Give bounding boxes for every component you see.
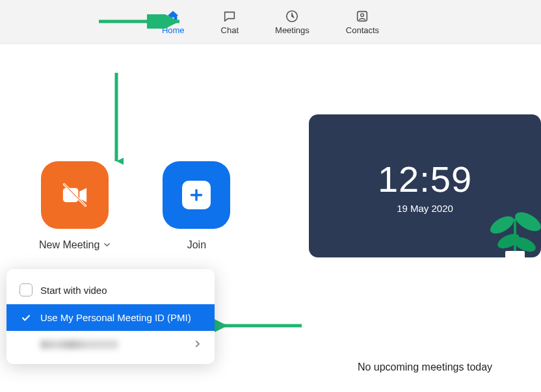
- clock-icon: [284, 8, 300, 24]
- check-icon: [20, 313, 33, 323]
- clock-card: 12:59 19 May 2020: [309, 114, 541, 257]
- option-label: Use My Personal Meeting ID (PMI): [40, 312, 191, 323]
- new-meeting-button[interactable]: New Meeting: [39, 161, 111, 251]
- new-meeting-label: New Meeting: [39, 239, 99, 251]
- pmi-value-row[interactable]: [7, 331, 215, 358]
- use-pmi-option[interactable]: Use My Personal Meeting ID (PMI): [7, 304, 215, 331]
- tab-meetings[interactable]: Meetings: [275, 8, 310, 35]
- top-nav: Home Chat Meetings Contacts: [0, 0, 541, 44]
- svg-point-2: [361, 14, 364, 17]
- tab-label: Meetings: [275, 25, 310, 35]
- chat-icon: [222, 8, 237, 24]
- join-button[interactable]: Join: [163, 161, 230, 251]
- tab-contacts[interactable]: Contacts: [346, 8, 379, 35]
- pmi-value-redacted: [40, 340, 118, 349]
- new-meeting-dropdown: Start with video Use My Personal Meeting…: [7, 269, 215, 364]
- video-off-icon: [41, 161, 109, 229]
- tab-label: Contacts: [346, 25, 379, 35]
- chevron-right-icon: [194, 339, 202, 350]
- clock-time: 12:59: [378, 158, 472, 200]
- join-label: Join: [187, 239, 206, 251]
- svg-point-9: [512, 208, 541, 235]
- home-icon: [165, 8, 181, 24]
- start-with-video-option[interactable]: Start with video: [7, 276, 215, 304]
- checkbox-unchecked-icon[interactable]: [20, 283, 33, 296]
- annotation-arrow-dropdown: [109, 72, 124, 169]
- plus-icon: [163, 161, 230, 229]
- upcoming-empty-text: No upcoming meetings today: [309, 361, 541, 373]
- chevron-down-icon[interactable]: [103, 239, 111, 251]
- tab-label: Chat: [221, 25, 239, 35]
- tab-chat[interactable]: Chat: [221, 8, 239, 35]
- svg-rect-12: [505, 251, 525, 257]
- clock-date: 19 May 2020: [397, 203, 453, 214]
- plant-illustration: [476, 186, 541, 257]
- tab-home[interactable]: Home: [162, 8, 185, 35]
- tab-label: Home: [162, 25, 185, 35]
- contacts-icon: [354, 8, 370, 24]
- option-label: Start with video: [40, 285, 107, 296]
- svg-point-8: [488, 213, 517, 237]
